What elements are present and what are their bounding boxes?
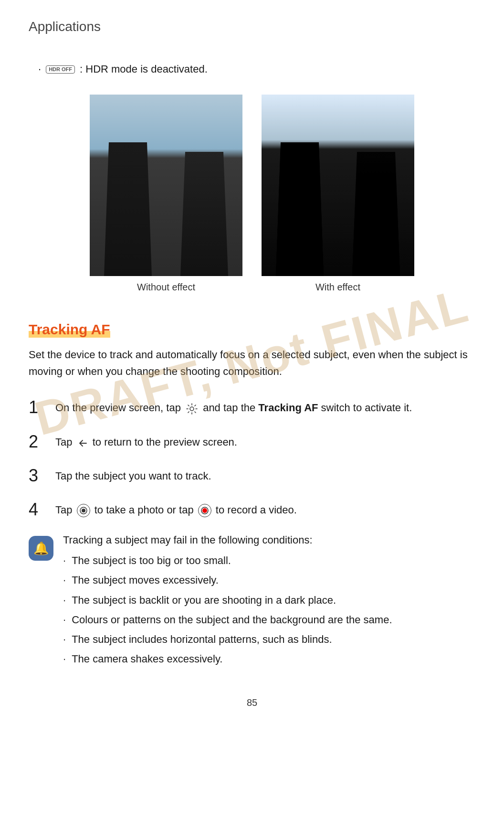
hdr-off-icon: HDR OFF	[46, 65, 75, 74]
svg-point-0	[190, 407, 194, 411]
step-1: 1 On the preview screen, tap and tap the…	[29, 397, 475, 417]
image-block-with: With effect	[262, 95, 414, 293]
step-number-4: 4	[29, 499, 46, 520]
notice-bullet-3-text: The subject is backlit or you are shooti…	[72, 592, 336, 608]
tracking-af-description: Set the device to track and automaticall…	[29, 346, 475, 380]
images-row: Without effect With effect	[29, 95, 475, 293]
notice-bullet-1: · The subject is too big or too small.	[63, 552, 475, 569]
notice-box: 🔔 Tracking a subject may fail in the fol…	[29, 534, 475, 670]
notice-bullet-2: · The subject moves excessively.	[63, 572, 475, 588]
svg-point-2	[82, 509, 85, 512]
tracking-af-heading: Tracking AF	[29, 321, 110, 338]
bullet-dot-1: ·	[63, 552, 66, 569]
notice-bullet-4-text: Colours or patterns on the subject and t…	[72, 611, 392, 628]
image-block-without: Without effect	[90, 95, 242, 293]
step-1-text: On the preview screen, tap and tap the T…	[55, 397, 475, 416]
gear-icon	[185, 402, 199, 416]
hdr-text: : HDR mode is deactivated.	[80, 63, 208, 75]
notice-bullet-1-text: The subject is too big or too small.	[72, 552, 231, 569]
bullet-dot-2: ·	[63, 572, 66, 588]
bell-icon: 🔔	[33, 541, 49, 556]
bullet-dot-6: ·	[63, 650, 66, 667]
svg-point-4	[202, 508, 207, 513]
bullet-dot-3: ·	[63, 592, 66, 608]
bullet-dot-5: ·	[63, 631, 66, 648]
notice-bullets-list: · The subject is too big or too small. ·…	[63, 552, 475, 667]
step-number-2: 2	[29, 431, 46, 452]
notice-bullet-5: · The subject includes horizontal patter…	[63, 631, 475, 648]
notice-bullet-2-text: The subject moves excessively.	[72, 572, 219, 588]
step-2: 2 Tap to return to the preview screen.	[29, 431, 475, 452]
bullet-dot-4: ·	[63, 611, 66, 628]
notice-bullet-6-text: The camera shakes excessively.	[72, 650, 222, 667]
page-number: 85	[247, 697, 257, 708]
step-3-text: Tap the subject you want to track.	[55, 465, 475, 484]
page-header: Applications	[29, 19, 475, 34]
notice-bullet-6: · The camera shakes excessively.	[63, 650, 475, 667]
step-3: 3 Tap the subject you want to track.	[29, 465, 475, 486]
step-4: 4 Tap to take a photo or tap to record a…	[29, 499, 475, 520]
image-caption-without: Without effect	[137, 282, 195, 293]
step-2-text: Tap to return to the preview screen.	[55, 431, 475, 450]
notice-bullet-4: · Colours or patterns on the subject and…	[63, 611, 475, 628]
shutter-small-icon	[77, 504, 90, 517]
notice-bell-icon-container: 🔔	[29, 536, 53, 561]
notice-bullet-5-text: The subject includes horizontal patterns…	[72, 631, 332, 648]
bullet-dot: ·	[38, 63, 41, 75]
page-footer: 85	[0, 697, 504, 708]
photo-with-effect	[262, 95, 414, 276]
step-4-text: Tap to take a photo or tap to record a v…	[55, 499, 475, 518]
notice-bullet-3: · The subject is backlit or you are shoo…	[63, 592, 475, 608]
step-number-1: 1	[29, 397, 46, 417]
notice-content: Tracking a subject may fail in the follo…	[63, 534, 475, 670]
steps-list: 1 On the preview screen, tap and tap the…	[29, 397, 475, 520]
notice-title: Tracking a subject may fail in the follo…	[63, 534, 475, 546]
photo-without-effect	[90, 95, 242, 276]
back-arrow-icon	[77, 437, 88, 448]
hdr-bullet-item: · HDR OFF : HDR mode is deactivated.	[38, 63, 475, 75]
tracking-af-section: Tracking AF Set the device to track and …	[29, 312, 475, 670]
record-icon	[198, 504, 211, 517]
image-caption-with: With effect	[315, 282, 360, 293]
page-container: DRAFT, Not FINAL Applications · HDR OFF …	[0, 0, 504, 723]
step-number-3: 3	[29, 465, 46, 486]
